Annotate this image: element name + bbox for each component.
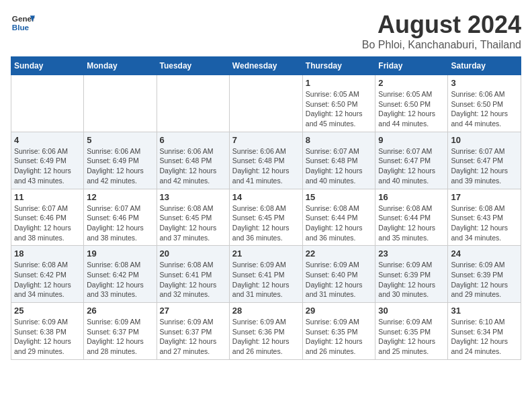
day-detail: Sunrise: 6:06 AM Sunset: 6:48 PM Dayligh… (232, 146, 300, 186)
day-detail: Sunrise: 6:05 AM Sunset: 6:50 PM Dayligh… (306, 89, 373, 129)
calendar-cell: 1Sunrise: 6:05 AM Sunset: 6:50 PM Daylig… (302, 75, 375, 132)
day-number: 13 (160, 192, 226, 202)
weekday-header-monday: Monday (84, 57, 157, 75)
calendar-cell: 24Sunrise: 6:09 AM Sunset: 6:39 PM Dayli… (448, 246, 521, 303)
day-detail: Sunrise: 6:09 AM Sunset: 6:35 PM Dayligh… (378, 317, 445, 357)
weekday-header-friday: Friday (375, 57, 448, 75)
calendar-cell: 22Sunrise: 6:09 AM Sunset: 6:40 PM Dayli… (302, 246, 375, 303)
week-row-5: 25Sunrise: 6:09 AM Sunset: 6:38 PM Dayli… (11, 303, 521, 360)
day-number: 3 (451, 78, 518, 88)
week-row-2: 4Sunrise: 6:06 AM Sunset: 6:49 PM Daylig… (11, 132, 521, 189)
day-number: 8 (306, 135, 373, 145)
calendar-cell: 28Sunrise: 6:09 AM Sunset: 6:36 PM Dayli… (229, 303, 302, 360)
day-detail: Sunrise: 6:08 AM Sunset: 6:45 PM Dayligh… (160, 203, 226, 243)
calendar-cell: 19Sunrise: 6:08 AM Sunset: 6:42 PM Dayli… (84, 246, 157, 303)
calendar-table: SundayMondayTuesdayWednesdayThursdayFrid… (11, 56, 521, 360)
week-row-1: 1Sunrise: 6:05 AM Sunset: 6:50 PM Daylig… (11, 75, 521, 132)
day-number: 28 (232, 306, 300, 316)
day-number: 25 (14, 306, 81, 316)
calendar-cell (157, 75, 229, 132)
calendar-cell: 23Sunrise: 6:09 AM Sunset: 6:39 PM Dayli… (375, 246, 448, 303)
day-number: 22 (306, 248, 373, 259)
day-number: 9 (378, 135, 445, 145)
weekday-header-wednesday: Wednesday (229, 57, 302, 75)
day-detail: Sunrise: 6:06 AM Sunset: 6:49 PM Dayligh… (14, 146, 81, 186)
day-detail: Sunrise: 6:08 AM Sunset: 6:41 PM Dayligh… (160, 260, 226, 300)
day-detail: Sunrise: 6:06 AM Sunset: 6:49 PM Dayligh… (87, 146, 153, 186)
logo: General Blue (11, 11, 35, 35)
calendar-cell: 20Sunrise: 6:08 AM Sunset: 6:41 PM Dayli… (157, 246, 229, 303)
calendar-cell: 31Sunrise: 6:10 AM Sunset: 6:34 PM Dayli… (448, 303, 521, 360)
day-number: 27 (160, 306, 226, 316)
day-detail: Sunrise: 6:09 AM Sunset: 6:41 PM Dayligh… (232, 260, 300, 300)
day-detail: Sunrise: 6:09 AM Sunset: 6:37 PM Dayligh… (160, 317, 226, 357)
day-detail: Sunrise: 6:07 AM Sunset: 6:48 PM Dayligh… (306, 146, 373, 186)
day-number: 18 (14, 248, 81, 259)
day-number: 2 (378, 78, 445, 88)
day-number: 7 (232, 135, 300, 145)
weekday-header-sunday: Sunday (11, 57, 84, 75)
day-number: 12 (87, 192, 153, 202)
weekday-header-row: SundayMondayTuesdayWednesdayThursdayFrid… (11, 57, 521, 75)
day-detail: Sunrise: 6:05 AM Sunset: 6:50 PM Dayligh… (378, 89, 445, 129)
calendar-cell: 21Sunrise: 6:09 AM Sunset: 6:41 PM Dayli… (229, 246, 302, 303)
day-detail: Sunrise: 6:09 AM Sunset: 6:40 PM Dayligh… (306, 260, 373, 300)
day-detail: Sunrise: 6:07 AM Sunset: 6:46 PM Dayligh… (87, 203, 153, 243)
day-number: 20 (160, 248, 226, 259)
calendar-cell: 11Sunrise: 6:07 AM Sunset: 6:46 PM Dayli… (11, 189, 84, 246)
day-number: 26 (87, 306, 153, 316)
calendar-cell: 5Sunrise: 6:06 AM Sunset: 6:49 PM Daylig… (84, 132, 157, 189)
calendar-cell: 12Sunrise: 6:07 AM Sunset: 6:46 PM Dayli… (84, 189, 157, 246)
weekday-header-thursday: Thursday (302, 57, 375, 75)
calendar-cell: 10Sunrise: 6:07 AM Sunset: 6:47 PM Dayli… (448, 132, 521, 189)
day-number: 10 (451, 135, 518, 145)
day-detail: Sunrise: 6:08 AM Sunset: 6:45 PM Dayligh… (232, 203, 300, 243)
page-header: General Blue August 2024 Bo Phloi, Kanch… (11, 11, 521, 51)
day-detail: Sunrise: 6:08 AM Sunset: 6:42 PM Dayligh… (87, 260, 153, 300)
calendar-cell: 2Sunrise: 6:05 AM Sunset: 6:50 PM Daylig… (375, 75, 448, 132)
day-number: 29 (306, 306, 373, 316)
day-number: 21 (232, 248, 300, 259)
day-number: 30 (378, 306, 445, 316)
day-detail: Sunrise: 6:06 AM Sunset: 6:48 PM Dayligh… (160, 146, 226, 186)
day-detail: Sunrise: 6:09 AM Sunset: 6:39 PM Dayligh… (451, 260, 518, 300)
calendar-cell: 9Sunrise: 6:07 AM Sunset: 6:47 PM Daylig… (375, 132, 448, 189)
day-detail: Sunrise: 6:10 AM Sunset: 6:34 PM Dayligh… (451, 317, 518, 357)
day-number: 5 (87, 135, 153, 145)
day-detail: Sunrise: 6:06 AM Sunset: 6:50 PM Dayligh… (451, 89, 518, 129)
svg-text:Blue: Blue (12, 23, 30, 32)
calendar-cell: 18Sunrise: 6:08 AM Sunset: 6:42 PM Dayli… (11, 246, 84, 303)
day-detail: Sunrise: 6:07 AM Sunset: 6:46 PM Dayligh… (14, 203, 81, 243)
calendar-cell: 14Sunrise: 6:08 AM Sunset: 6:45 PM Dayli… (229, 189, 302, 246)
subtitle: Bo Phloi, Kanchanaburi, Thailand (362, 39, 521, 51)
main-title: August 2024 (362, 11, 521, 39)
logo-icon: General Blue (11, 11, 35, 35)
day-detail: Sunrise: 6:07 AM Sunset: 6:47 PM Dayligh… (451, 146, 518, 186)
calendar-cell: 30Sunrise: 6:09 AM Sunset: 6:35 PM Dayli… (375, 303, 448, 360)
day-number: 4 (14, 135, 81, 145)
calendar-cell: 15Sunrise: 6:08 AM Sunset: 6:44 PM Dayli… (302, 189, 375, 246)
day-detail: Sunrise: 6:09 AM Sunset: 6:37 PM Dayligh… (87, 317, 153, 357)
calendar-cell: 29Sunrise: 6:09 AM Sunset: 6:35 PM Dayli… (302, 303, 375, 360)
calendar-cell (11, 75, 84, 132)
day-detail: Sunrise: 6:09 AM Sunset: 6:39 PM Dayligh… (378, 260, 445, 300)
day-number: 16 (378, 192, 445, 202)
calendar-cell: 26Sunrise: 6:09 AM Sunset: 6:37 PM Dayli… (84, 303, 157, 360)
calendar-cell: 4Sunrise: 6:06 AM Sunset: 6:49 PM Daylig… (11, 132, 84, 189)
day-number: 15 (306, 192, 373, 202)
day-number: 19 (87, 248, 153, 259)
day-number: 1 (306, 78, 373, 88)
day-number: 6 (160, 135, 226, 145)
weekday-header-tuesday: Tuesday (157, 57, 229, 75)
day-detail: Sunrise: 6:08 AM Sunset: 6:44 PM Dayligh… (378, 203, 445, 243)
calendar-cell (84, 75, 157, 132)
day-number: 17 (451, 192, 518, 202)
day-detail: Sunrise: 6:08 AM Sunset: 6:43 PM Dayligh… (451, 203, 518, 243)
week-row-3: 11Sunrise: 6:07 AM Sunset: 6:46 PM Dayli… (11, 189, 521, 246)
calendar-cell (229, 75, 302, 132)
calendar-cell: 27Sunrise: 6:09 AM Sunset: 6:37 PM Dayli… (157, 303, 229, 360)
calendar-cell: 7Sunrise: 6:06 AM Sunset: 6:48 PM Daylig… (229, 132, 302, 189)
weekday-header-saturday: Saturday (448, 57, 521, 75)
day-number: 11 (14, 192, 81, 202)
calendar-cell: 25Sunrise: 6:09 AM Sunset: 6:38 PM Dayli… (11, 303, 84, 360)
